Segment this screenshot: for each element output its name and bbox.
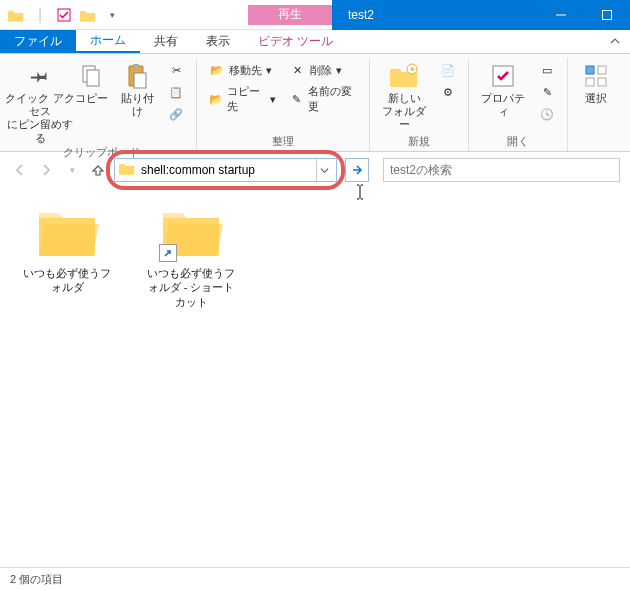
contextual-tab-play: 再生 — [248, 5, 332, 25]
ribbon: クイック アクセス にピン留めする コピー 貼り付け ✂ 📋 🔗 クリップボード — [0, 54, 630, 152]
window-controls — [538, 0, 630, 30]
ribbon-group-new: ✦ 新しい フォルダー 📄 ⚙ 新規 — [370, 58, 469, 151]
new-item-button[interactable]: 📄 — [436, 60, 460, 80]
properties-button[interactable]: プロパティ — [477, 58, 529, 118]
select-icon — [580, 62, 612, 90]
recent-locations-button[interactable]: ▾ — [62, 160, 82, 180]
list-item[interactable]: いつも必ず使うフォルダ — [20, 204, 114, 309]
scissors-icon: ✂ — [168, 62, 184, 78]
ribbon-group-clipboard: クイック アクセス にピン留めする コピー 貼り付け ✂ 📋 🔗 クリップボード — [6, 58, 197, 151]
delete-icon: ✕ — [290, 62, 306, 78]
properties-label: プロパティ — [477, 92, 529, 118]
copy-to-button[interactable]: 📂コピー先 ▾ — [205, 82, 280, 116]
svg-rect-14 — [598, 78, 606, 86]
copy-path-button[interactable]: 📋 — [164, 82, 188, 102]
open-button[interactable]: ▭ — [535, 60, 559, 80]
folder-icon — [78, 5, 98, 25]
address-bar[interactable] — [114, 158, 337, 182]
file-list: いつも必ず使うフォルダ いつも必ず使うフォルダ - ショートカット — [0, 188, 630, 325]
search-input[interactable] — [390, 163, 613, 177]
select-group-label — [576, 137, 616, 151]
rename-label: 名前の変更 — [308, 84, 357, 114]
go-button[interactable] — [345, 158, 369, 182]
delete-label: 削除 — [310, 63, 332, 78]
delete-button[interactable]: ✕削除 ▾ — [286, 60, 361, 80]
new-item-icon: 📄 — [440, 62, 456, 78]
titlebar: | ▾ 再生 test2 — [0, 0, 630, 30]
open-icon: ▭ — [539, 62, 555, 78]
edit-button[interactable]: ✎ — [535, 82, 559, 102]
paste-label: 貼り付け — [116, 92, 158, 118]
new-small-buttons: 📄 ⚙ — [436, 58, 460, 102]
new-folder-label: 新しい フォルダー — [378, 92, 430, 132]
easy-access-button[interactable]: ⚙ — [436, 82, 460, 102]
svg-rect-12 — [598, 66, 606, 74]
tab-view[interactable]: 表示 — [192, 30, 244, 53]
paste-shortcut-button[interactable]: 🔗 — [164, 104, 188, 124]
tab-home[interactable]: ホーム — [76, 30, 140, 53]
address-dropdown-icon[interactable] — [316, 159, 332, 181]
ribbon-tabs: ファイル ホーム 共有 表示 ビデオ ツール — [0, 30, 630, 54]
tab-share[interactable]: 共有 — [140, 30, 192, 53]
ribbon-group-select: 選択 — [568, 58, 624, 151]
paste-icon — [121, 62, 153, 90]
svg-rect-7 — [134, 73, 146, 88]
copy-button[interactable]: コピー — [72, 58, 110, 105]
pin-label: クイック アクセス にピン留めする — [5, 92, 75, 145]
back-button[interactable] — [10, 160, 30, 180]
copy-icon — [75, 62, 107, 90]
address-bar-container — [114, 158, 337, 182]
history-button[interactable]: 🕓 — [535, 104, 559, 124]
move-to-button[interactable]: 📂移動先 ▾ — [205, 60, 280, 80]
item-label: いつも必ず使うフォルダ — [20, 266, 114, 295]
new-group-label: 新規 — [378, 134, 460, 151]
pin-to-quick-access-button[interactable]: クイック アクセス にピン留めする — [14, 58, 66, 145]
select-button[interactable]: 選択 — [576, 58, 616, 105]
new-folder-icon: ✦ — [388, 62, 420, 90]
checkbox-icon[interactable] — [54, 5, 74, 25]
rename-icon: ✎ — [290, 91, 304, 107]
quick-access-toolbar: | ▾ — [0, 5, 122, 25]
address-input[interactable] — [139, 163, 312, 177]
folder-icon — [31, 204, 103, 262]
copyto-icon: 📂 — [209, 91, 223, 107]
tab-file[interactable]: ファイル — [0, 30, 76, 53]
divider-icon: | — [30, 5, 50, 25]
ribbon-group-open: プロパティ ▭ ✎ 🕓 開く — [469, 58, 568, 151]
edit-icon: ✎ — [539, 84, 555, 100]
shortcut-arrow-icon — [159, 244, 177, 262]
status-bar: 2 個の項目 — [0, 567, 630, 591]
copy-to-label: コピー先 — [227, 84, 266, 114]
move-icon: 📂 — [209, 62, 225, 78]
clipboard-small-buttons: ✂ 📋 🔗 — [164, 58, 188, 124]
svg-rect-6 — [133, 64, 139, 68]
window-title: test2 — [332, 0, 538, 30]
svg-rect-13 — [586, 78, 594, 86]
tab-video-tools[interactable]: ビデオ ツール — [244, 30, 347, 53]
shortcut-icon: 🔗 — [168, 106, 184, 122]
list-item[interactable]: いつも必ず使うフォルダ - ショートカット — [144, 204, 238, 309]
search-box[interactable] — [383, 158, 620, 182]
item-label: いつも必ず使うフォルダ - ショートカット — [144, 266, 238, 309]
easy-access-icon: ⚙ — [440, 84, 456, 100]
maximize-button[interactable] — [584, 0, 630, 30]
up-button[interactable] — [88, 160, 108, 180]
paste-button[interactable]: 貼り付け — [116, 58, 158, 118]
qat-dropdown-icon[interactable]: ▾ — [102, 5, 122, 25]
copy-label: コピー — [75, 92, 108, 105]
organize-group-label: 整理 — [205, 134, 361, 151]
ribbon-group-organize: 📂移動先 ▾ 📂コピー先 ▾ ✕削除 ▾ ✎名前の変更 整理 — [197, 58, 370, 151]
folder-icon — [6, 5, 26, 25]
properties-icon — [487, 62, 519, 90]
cut-button[interactable]: ✂ — [164, 60, 188, 80]
forward-button[interactable] — [36, 160, 56, 180]
ribbon-collapse-icon[interactable] — [600, 30, 630, 53]
minimize-button[interactable] — [538, 0, 584, 30]
rename-button[interactable]: ✎名前の変更 — [286, 82, 361, 116]
new-folder-button[interactable]: ✦ 新しい フォルダー — [378, 58, 430, 132]
open-group-label: 開く — [477, 134, 559, 151]
select-label: 選択 — [585, 92, 607, 105]
folder-icon — [119, 161, 135, 179]
pin-icon — [24, 62, 56, 90]
item-count: 2 個の項目 — [10, 572, 63, 587]
